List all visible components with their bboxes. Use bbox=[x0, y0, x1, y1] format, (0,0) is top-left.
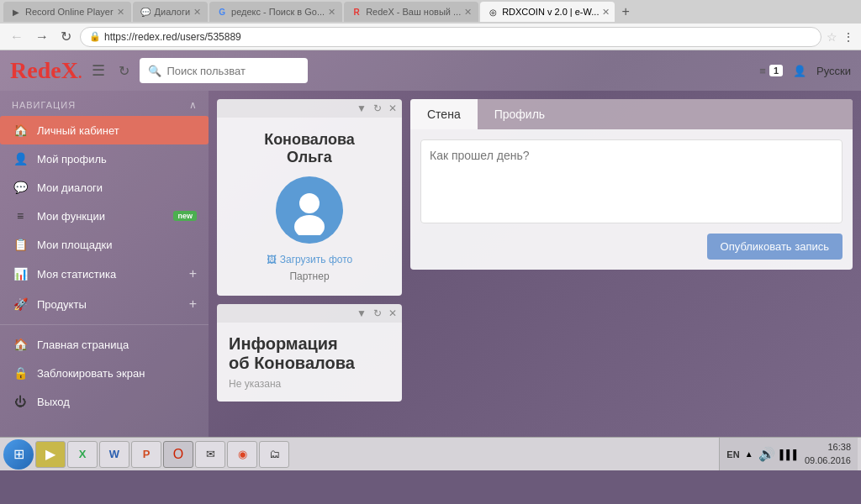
sidebar-item-platforms[interactable]: 📋 Мои площадки bbox=[0, 230, 209, 259]
taskbar-app-mail[interactable]: ✉ bbox=[195, 441, 225, 468]
nav-section-header: НАВИГАЦИЯ ∧ bbox=[0, 91, 209, 116]
profile-name: Коновалова Ольга bbox=[230, 131, 388, 166]
start-icon: ⊞ bbox=[13, 446, 24, 462]
notification-button[interactable]: ≡ 1 bbox=[759, 65, 783, 77]
sidebar-label-platforms: Мои площадки bbox=[37, 239, 197, 251]
profile-widget-refresh[interactable]: ↻ bbox=[373, 102, 382, 114]
forward-button[interactable]: → bbox=[32, 28, 52, 46]
top-right-area: ≡ 1 👤 Русски bbox=[759, 65, 851, 77]
sidebar-label-products: Продукты bbox=[37, 298, 181, 311]
content-area: НАВИГАЦИЯ ∧ 🏠 Личный кабинет 👤 Мой профи… bbox=[0, 91, 861, 437]
language-button[interactable]: Русски bbox=[816, 65, 851, 77]
functions-icon: ≡ bbox=[12, 209, 29, 223]
taskbar-player-icon: ▶ bbox=[43, 447, 58, 462]
publish-button[interactable]: Опубликовать запись bbox=[707, 234, 843, 260]
avatar-svg bbox=[284, 185, 335, 235]
url-input[interactable]: 🔒 https://redex.red/users/535889 bbox=[80, 27, 821, 47]
logo: RedeX. bbox=[10, 57, 82, 84]
bookmark-button[interactable]: ☆ bbox=[827, 30, 837, 44]
sidebar-label-logout: Выход bbox=[37, 396, 197, 408]
info-widget-close[interactable]: ✕ bbox=[388, 307, 397, 319]
stats-plus-icon: + bbox=[189, 266, 197, 281]
tab-close-2[interactable]: ✕ bbox=[193, 7, 201, 18]
profile-widget-close[interactable]: ✕ bbox=[388, 102, 397, 114]
sidebar-item-cabinet[interactable]: 🏠 Личный кабинет bbox=[0, 116, 209, 144]
ssl-lock-icon: 🔒 bbox=[89, 31, 101, 42]
sidebar-item-logout[interactable]: ⏻ Выход bbox=[0, 387, 209, 416]
tab-rdxcoin-icon: ◎ bbox=[487, 6, 499, 18]
taskbar-word-icon: W bbox=[107, 447, 122, 462]
new-tab-button[interactable]: + bbox=[616, 3, 635, 21]
taskbar-tray: EN ▲ 🔊 ▌▌▌ 16:38 09.06.2016 bbox=[719, 438, 858, 470]
info-widget-minimize[interactable]: ▼ bbox=[357, 307, 367, 319]
taskbar-app-player[interactable]: ▶ bbox=[35, 441, 66, 468]
sidebar-label-functions: Мои функции bbox=[37, 210, 165, 223]
taskbar-opera-icon: O bbox=[171, 447, 186, 462]
sidebar-item-home[interactable]: 🏠 Главная страница bbox=[0, 330, 209, 359]
upload-icon: 🖼 bbox=[267, 254, 277, 265]
user-profile-button[interactable]: 👤 bbox=[793, 65, 806, 77]
chat-icon: 💬 bbox=[12, 181, 29, 194]
sidebar-label-stats: Моя статистика bbox=[37, 268, 181, 281]
right-panel: Стена Профиль Опубликовать запись bbox=[410, 99, 853, 428]
info-widget: ▼ ↻ ✕ Информация об Коновалова Не указан… bbox=[217, 304, 402, 402]
tab-profile[interactable]: Профиль bbox=[478, 99, 562, 129]
taskbar-mail-icon: ✉ bbox=[203, 447, 218, 462]
svg-point-1 bbox=[294, 215, 325, 235]
taskbar-app-ppt[interactable]: P bbox=[131, 441, 161, 468]
hamburger-button[interactable]: ☰ bbox=[88, 58, 108, 83]
sidebar-divider bbox=[0, 324, 209, 325]
info-subtitle: Не указана bbox=[229, 378, 390, 390]
taskbar-excel-icon: X bbox=[75, 447, 90, 462]
tab-close-3[interactable]: ✕ bbox=[328, 7, 335, 18]
tab-close[interactable]: ✕ bbox=[117, 7, 124, 18]
back-button[interactable]: ← bbox=[7, 28, 27, 46]
tab-dialogi-icon: 💬 bbox=[140, 6, 151, 18]
tab-record[interactable]: ▶ Record Online Player ✕ bbox=[3, 2, 131, 22]
sidebar: НАВИГАЦИЯ ∧ 🏠 Личный кабинет 👤 Мой профи… bbox=[0, 91, 209, 437]
reload-button[interactable]: ↻ bbox=[57, 27, 75, 46]
notification-icon: ≡ bbox=[759, 65, 766, 77]
tab-google[interactable]: G редекс - Поиск в Go... ✕ bbox=[209, 2, 342, 22]
taskbar-app-opera[interactable]: O bbox=[163, 441, 193, 468]
sidebar-item-profile[interactable]: 👤 Мой профиль bbox=[0, 144, 209, 173]
tab-content: Опубликовать запись bbox=[410, 129, 853, 270]
browser-menu-button[interactable]: ⋮ bbox=[843, 30, 854, 44]
tray-volume-icon: 🔊 bbox=[758, 446, 775, 462]
start-button[interactable]: ⊞ bbox=[3, 439, 34, 470]
taskbar-app-word[interactable]: W bbox=[99, 441, 129, 468]
products-plus-icon: + bbox=[189, 297, 197, 312]
platforms-icon: 📋 bbox=[12, 238, 29, 251]
nav-label: НАВИГАЦИЯ bbox=[12, 100, 76, 110]
info-widget-toolbar: ▼ ↻ ✕ bbox=[217, 304, 402, 323]
user-icon: 👤 bbox=[12, 152, 29, 165]
tab-dialogi[interactable]: 💬 Диалоги ✕ bbox=[133, 2, 209, 22]
main-home-icon: 🏠 bbox=[12, 338, 29, 351]
info-title: Информация об Коновалова bbox=[229, 334, 390, 373]
tab-record-icon: ▶ bbox=[10, 6, 22, 18]
sidebar-item-lock[interactable]: 🔒 Заблокировать экран bbox=[0, 359, 209, 387]
tab-close-5[interactable]: ✕ bbox=[602, 7, 610, 18]
tab-rdxcoin[interactable]: ◎ RDXCOIN v 2.0 | e-W... ✕ bbox=[480, 2, 615, 22]
sidebar-item-dialogs[interactable]: 💬 Мои диалоги bbox=[0, 173, 209, 202]
tray-signal-icon: ▌▌▌ bbox=[780, 449, 800, 459]
sidebar-item-stats[interactable]: 📊 Моя статистика + bbox=[0, 259, 209, 289]
new-badge: new bbox=[173, 211, 197, 221]
top-nav: RedeX. ☰ ↻ 🔍 ≡ 1 👤 Русски bbox=[0, 50, 861, 91]
info-widget-refresh[interactable]: ↻ bbox=[373, 307, 382, 319]
tab-redex-new[interactable]: R RedeX - Ваш новый ... ✕ bbox=[344, 2, 478, 22]
sidebar-item-products[interactable]: 🚀 Продукты + bbox=[0, 289, 209, 319]
taskbar-app-excel[interactable]: X bbox=[67, 441, 98, 468]
search-input[interactable] bbox=[166, 65, 284, 77]
tab-wall[interactable]: Стена bbox=[410, 99, 478, 129]
sidebar-item-functions[interactable]: ≡ Мои функции new bbox=[0, 202, 209, 230]
refresh-button[interactable]: ↻ bbox=[115, 60, 133, 82]
profile-widget-minimize[interactable]: ▼ bbox=[357, 102, 367, 114]
tab-close-4[interactable]: ✕ bbox=[464, 7, 472, 18]
upload-photo-link[interactable]: 🖼 Загрузить фото bbox=[230, 254, 388, 265]
taskbar-app-chrome[interactable]: ◉ bbox=[227, 441, 257, 468]
post-textarea[interactable] bbox=[420, 139, 843, 223]
taskbar-app-files[interactable]: 🗂 bbox=[259, 441, 289, 468]
tray-language: EN bbox=[726, 449, 739, 459]
user-avatar-icon: 👤 bbox=[793, 65, 806, 77]
